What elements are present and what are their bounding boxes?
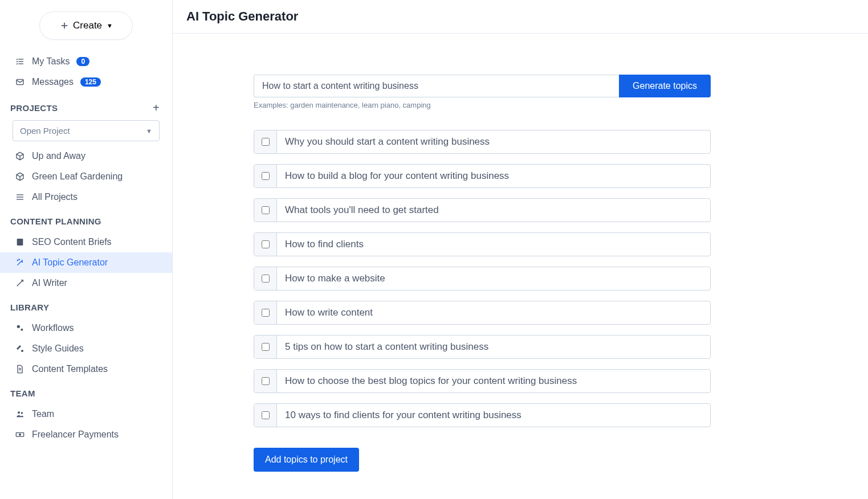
examples-text: Examples: garden maintenance, learn pian… xyxy=(254,101,711,109)
topic-checkbox[interactable] xyxy=(262,138,270,146)
nav-style-guides[interactable]: Style Guides xyxy=(0,338,172,359)
section-title: CONTENT PLANNING xyxy=(10,216,101,226)
topic-checkbox[interactable] xyxy=(262,172,270,180)
nav-my-tasks[interactable]: My Tasks 0 xyxy=(0,51,172,72)
nav-seo-briefs[interactable]: SEO Content Briefs xyxy=(0,232,172,252)
project-label: Green Leaf Gardening xyxy=(32,171,123,182)
nav-ai-writer[interactable]: AI Writer xyxy=(0,273,172,293)
section-title: TEAM xyxy=(10,388,35,398)
generate-topics-button[interactable]: Generate topics xyxy=(619,75,711,97)
chevron-down-icon: ▼ xyxy=(146,128,152,134)
topic-checkbox[interactable] xyxy=(262,343,270,351)
topic-text: How to choose the best blog topics for y… xyxy=(277,370,710,392)
create-button[interactable]: Create ▼ xyxy=(39,11,133,40)
nav-label: SEO Content Briefs xyxy=(32,237,112,247)
topic-row: How to choose the best blog topics for y… xyxy=(254,369,711,393)
topic-checkbox[interactable] xyxy=(262,206,270,214)
add-project-icon[interactable]: + xyxy=(153,101,160,114)
nav-freelancer-payments[interactable]: Freelancer Payments xyxy=(0,424,172,445)
nav-label: Freelancer Payments xyxy=(32,430,119,440)
topic-checkbox[interactable] xyxy=(262,275,270,283)
section-header-team: TEAM xyxy=(0,379,172,404)
svg-point-16 xyxy=(21,329,23,331)
nav-all-projects[interactable]: All Projects xyxy=(0,187,172,207)
box-icon xyxy=(15,172,25,181)
topic-checkbox[interactable] xyxy=(262,377,270,385)
nav-label: Style Guides xyxy=(32,343,84,354)
topic-text: How to make a website xyxy=(277,267,710,290)
money-icon xyxy=(15,430,25,439)
palette-icon xyxy=(15,344,25,353)
topic-checkbox-wrap xyxy=(254,404,277,427)
topic-checkbox[interactable] xyxy=(262,309,270,317)
nav-label: Workflows xyxy=(32,323,74,333)
topic-checkbox-wrap xyxy=(254,267,277,290)
section-header-projects: PROJECTS + xyxy=(0,92,172,120)
messages-badge: 125 xyxy=(80,77,101,87)
section-title: PROJECTS xyxy=(10,103,58,113)
topic-row: How to build a blog for your content wri… xyxy=(254,164,711,188)
nav-label: My Tasks xyxy=(32,56,70,67)
topic-row: 10 ways to find clients for your content… xyxy=(254,403,711,427)
file-icon xyxy=(15,365,25,374)
mail-icon xyxy=(15,77,25,87)
topic-row: Why you should start a content writing b… xyxy=(254,130,711,154)
topic-text: 5 tips on how to start a content writing… xyxy=(277,336,710,358)
topic-row: How to make a website xyxy=(254,267,711,291)
note-icon xyxy=(15,238,25,247)
topic-input[interactable] xyxy=(254,75,619,97)
svg-point-12 xyxy=(17,260,18,260)
page-header: AI Topic Generator xyxy=(173,0,868,34)
topic-checkbox[interactable] xyxy=(262,240,270,248)
topic-checkbox-wrap xyxy=(254,336,277,358)
topic-text: How to write content xyxy=(277,301,710,324)
content-area: Generate topics Examples: garden mainten… xyxy=(173,34,868,494)
topic-text: What tools you'll need to get started xyxy=(277,199,710,222)
svg-point-13 xyxy=(22,261,22,262)
topic-row: 5 tips on how to start a content writing… xyxy=(254,335,711,359)
topic-text: How to find clients xyxy=(277,233,710,256)
nav-label: AI Writer xyxy=(32,278,67,288)
topic-checkbox-wrap xyxy=(254,301,277,324)
nav-label: Team xyxy=(32,409,54,419)
select-placeholder: Open Project xyxy=(20,126,70,136)
topic-checkbox-wrap xyxy=(254,199,277,222)
svg-point-17 xyxy=(21,350,23,352)
wand-icon xyxy=(15,279,25,288)
topic-text: 10 ways to find clients for your content… xyxy=(277,404,710,427)
svg-rect-11 xyxy=(17,239,23,246)
nav-label: AI Topic Generator xyxy=(32,257,108,268)
nav-team[interactable]: Team xyxy=(0,404,172,424)
nav-workflows[interactable]: Workflows xyxy=(0,318,172,338)
section-header-content-planning: CONTENT PLANNING xyxy=(0,207,172,232)
topic-row: How to find clients xyxy=(254,232,711,256)
nav-content-templates[interactable]: Content Templates xyxy=(0,359,172,379)
topic-input-row: Generate topics xyxy=(254,75,711,97)
svg-point-15 xyxy=(17,325,20,328)
nav-messages[interactable]: Messages 125 xyxy=(0,72,172,92)
magic-wand-icon xyxy=(15,258,25,267)
topic-row: What tools you'll need to get started xyxy=(254,198,711,222)
topic-checkbox-wrap xyxy=(254,233,277,256)
create-label: Create xyxy=(73,20,102,31)
project-item[interactable]: Green Leaf Gardening xyxy=(0,166,172,187)
box-icon xyxy=(15,152,25,161)
svg-point-20 xyxy=(18,411,20,414)
svg-point-14 xyxy=(19,259,19,260)
svg-point-23 xyxy=(19,434,21,436)
people-icon xyxy=(15,410,25,419)
topic-checkbox-wrap xyxy=(254,165,277,187)
nav-label: Messages xyxy=(32,77,74,87)
topic-checkbox[interactable] xyxy=(262,411,270,419)
sidebar: Create ▼ My Tasks 0 Messages 125 PROJECT… xyxy=(0,0,173,499)
open-project-select[interactable]: Open Project ▼ xyxy=(13,120,160,141)
topic-checkbox-wrap xyxy=(254,130,277,153)
nav-ai-topic-generator[interactable]: AI Topic Generator xyxy=(0,252,172,273)
add-topics-button[interactable]: Add topics to project xyxy=(254,448,359,472)
section-title: LIBRARY xyxy=(10,302,49,312)
project-item[interactable]: Up and Away xyxy=(0,146,172,166)
gears-icon xyxy=(15,324,25,333)
topic-checkbox-wrap xyxy=(254,370,277,392)
project-label: Up and Away xyxy=(32,151,85,161)
plus-icon xyxy=(59,21,70,30)
